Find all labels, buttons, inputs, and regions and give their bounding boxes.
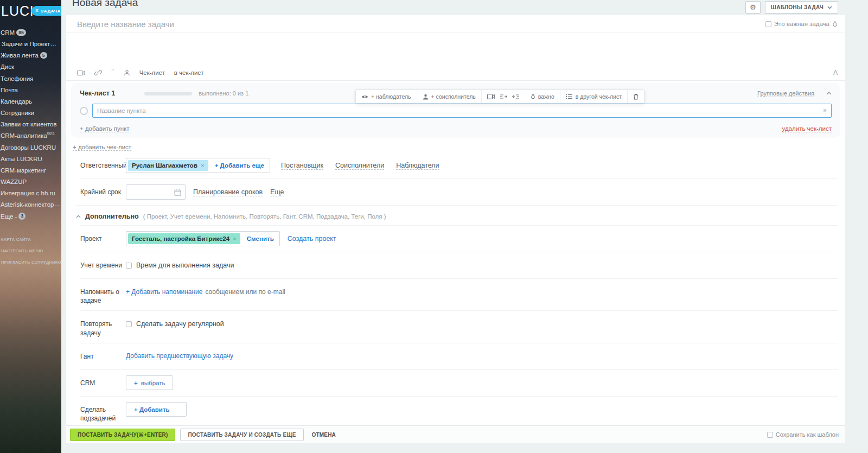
role-link[interactable]: Наблюдатели: [396, 162, 439, 170]
chevron-up-icon: [76, 215, 81, 218]
add-checklist-link[interactable]: + добавить чек-лист: [73, 144, 131, 151]
sidebar-item[interactable]: CRM-маркетинг: [0, 164, 61, 176]
flame-icon: [531, 93, 535, 100]
sidebar-item[interactable]: Телефония: [0, 73, 61, 84]
task-templates-button[interactable]: ШАБЛОНЫ ЗАДАЧ: [765, 1, 838, 14]
checklist-button[interactable]: Чек-лист: [139, 69, 165, 76]
crm-select-button[interactable]: + выбрать: [126, 375, 173, 390]
subtask-label: Сделать подзадачей: [80, 402, 126, 423]
sidebar-item[interactable]: Календарь: [0, 95, 61, 107]
quote-icon[interactable]: ”: [111, 69, 114, 76]
checkbox[interactable]: [767, 432, 773, 438]
remove-item-icon[interactable]: ×: [823, 107, 827, 114]
sidebar-item[interactable]: Договоры LUCKRU: [0, 142, 61, 153]
time-tracking-checkbox[interactable]: Время для выполнения задачи: [126, 261, 234, 269]
plus-icon: +: [134, 380, 138, 386]
link-icon[interactable]: [94, 69, 102, 76]
checkbox[interactable]: [126, 263, 132, 269]
assignee-tag: Руслан Шагиахметов ×: [128, 160, 208, 171]
delete-checklist-link[interactable]: удалить чек-лист: [782, 125, 832, 132]
sidebar-item[interactable]: Asterisk-коннектор Itgr…: [0, 199, 61, 210]
font-size-icon[interactable]: A: [833, 69, 838, 76]
role-link[interactable]: Соисполнители: [335, 162, 384, 170]
mention-person-icon[interactable]: [124, 69, 130, 76]
counter-badge: 3: [18, 213, 25, 219]
add-reminder-link[interactable]: + Добавить напоминание: [126, 288, 202, 296]
sidebar-footer-link[interactable]: КАРТА САЙТА: [0, 234, 61, 245]
deadline-more-link[interactable]: Еще: [270, 188, 284, 196]
submit-and-create-button[interactable]: ПОСТАВИТЬ ЗАДАЧУ И СОЗДАТЬ ЕЩЕ: [180, 429, 303, 441]
counter-badge: 85: [16, 29, 25, 36]
project-name: Госсталь, настройка Битрикс24: [132, 235, 229, 242]
sidebar-item[interactable]: Почта: [0, 84, 61, 95]
delete-item-button[interactable]: [627, 90, 644, 103]
checkbox[interactable]: [126, 321, 132, 327]
change-project-link[interactable]: Сменить: [247, 235, 274, 242]
role-links: ПостановщикСоисполнителиНаблюдатели: [281, 162, 439, 170]
additional-section-header[interactable]: Дополнительно ( Проект, Учет времени, На…: [76, 205, 838, 225]
close-icon[interactable]: ×: [35, 8, 39, 14]
task-tab-pill[interactable]: × ЗАДАЧА: [31, 6, 61, 16]
sidebar-item[interactable]: WAZZUP: [0, 176, 61, 187]
create-project-link[interactable]: Создать проект: [288, 235, 336, 243]
camera-icon[interactable]: [487, 94, 495, 99]
chevron-up-icon[interactable]: [826, 92, 832, 95]
sidebar-item[interactable]: Задачи и Проекты99+: [0, 38, 61, 49]
indent-right-icon[interactable]: [500, 94, 507, 99]
repeat-checkbox[interactable]: Сделать задачу регулярной: [126, 320, 224, 328]
sidebar-item[interactable]: Живая лента5: [0, 49, 61, 61]
responsible-picker[interactable]: Руслан Шагиахметов × + Добавить еще: [126, 158, 270, 173]
save-as-template-checkbox[interactable]: Сохранить как шаблон: [767, 431, 839, 438]
responsible-label: Ответственный: [80, 158, 126, 170]
sidebar-item[interactable]: Сотрудники: [0, 107, 61, 118]
add-item-link[interactable]: + добавить пункт: [80, 125, 129, 132]
main-area: Новая задача ⚙ ШАБЛОНЫ ЗАДАЧ Это важная …: [61, 0, 868, 453]
sidebar-item[interactable]: Диск: [0, 61, 61, 72]
sidebar-footer-link[interactable]: НАСТРОИТЬ МЕНЮ: [0, 245, 61, 257]
add-previous-task-link[interactable]: Добавить предшествующую задачу: [126, 352, 233, 360]
checklist-item-input[interactable]: [97, 107, 823, 114]
sidebar-footer-link[interactable]: ПРИГЛАСИТЬ СОТРУДНИКОВ: [0, 257, 61, 268]
sidebar-item[interactable]: Интеграция с hh.ru: [0, 187, 61, 199]
additional-title[interactable]: Дополнительно: [85, 213, 139, 220]
deadline-input-box[interactable]: [126, 184, 186, 200]
repeat-row: Повторять задачу Сделать задачу регулярн…: [80, 310, 838, 342]
remove-project-icon[interactable]: ×: [233, 235, 237, 242]
sidebar-item[interactable]: Заявки от клиентов: [0, 118, 61, 130]
deadline-row: Крайний срок Планирование сроков Еще: [80, 178, 838, 205]
add-responsible-link[interactable]: + Добавить еще: [215, 162, 264, 169]
deadline-input[interactable]: [130, 188, 174, 196]
add-observer-button[interactable]: + наблюдатель: [356, 90, 417, 103]
settings-button[interactable]: ⚙: [745, 1, 761, 14]
add-coexecutor-button[interactable]: + соисполнитель: [417, 90, 481, 103]
task-title-input[interactable]: [77, 20, 765, 29]
in-checklist-button[interactable]: в чек-лист: [174, 69, 204, 76]
project-picker[interactable]: Госсталь, настройка Битрикс24 × Сменить: [126, 231, 280, 246]
group-actions-link[interactable]: Групповые действия: [757, 90, 814, 97]
reminder-suffix: сообщением или по e-mail: [205, 288, 285, 296]
sidebar-item[interactable]: Еще -3: [0, 210, 61, 222]
counter-badge: 5: [40, 52, 47, 59]
role-link[interactable]: Постановщик: [281, 162, 323, 170]
gear-icon: ⚙: [750, 3, 756, 11]
new-task-panel: Это важная задача ”: [66, 15, 845, 443]
calendar-icon[interactable]: [174, 189, 181, 196]
subtask-add-button[interactable]: + Добавить: [126, 402, 187, 417]
important-task-checkbox[interactable]: Это важная задача: [765, 21, 838, 28]
item-complete-radio[interactable]: [80, 107, 88, 115]
sidebar-item[interactable]: CRM-аналитикаbeta: [0, 130, 61, 141]
move-to-checklist-button[interactable]: в другой чек-лист: [560, 90, 627, 103]
indent-left-icon[interactable]: [512, 94, 520, 99]
checkbox[interactable]: [765, 21, 771, 27]
project-label: Проект: [80, 231, 126, 243]
submit-task-button[interactable]: ПОСТАВИТЬ ЗАДАЧУ(⌘+ENTER): [70, 429, 175, 441]
deadline-planning-link[interactable]: Планирование сроков: [193, 188, 263, 196]
video-icon[interactable]: [77, 70, 85, 76]
description-editor[interactable]: ” Чек-лист в чек-лист A: [66, 33, 845, 81]
mark-important-button[interactable]: важно: [525, 90, 560, 103]
sidebar-item[interactable]: Акты LUCKRU: [0, 153, 61, 164]
project-tag: Госсталь, настройка Битрикс24 ×: [128, 233, 240, 244]
sidebar-item[interactable]: CRM85: [0, 27, 61, 38]
cancel-button[interactable]: ОТМЕНА: [312, 432, 336, 438]
remove-assignee-icon[interactable]: ×: [201, 162, 205, 169]
